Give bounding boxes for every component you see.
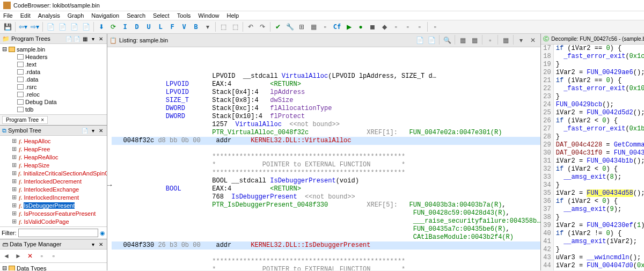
decompile-line[interactable]: iVar2 = FUN_004047d0(0x400000,0,uVar3 — [556, 262, 644, 270]
decompile-line[interactable]: __amsg_exit(8); — [556, 173, 644, 181]
decompile-line[interactable]: if (iVar2 < 0) { — [556, 197, 644, 206]
menu-select[interactable]: Select — [153, 12, 170, 19]
symbol-item[interactable]: ⊞f.InterlockedExchange — [1, 185, 106, 193]
close-icon[interactable]: × — [41, 117, 44, 123]
listing-line[interactable]: ****************************************… — [112, 258, 540, 266]
decompile-line[interactable]: if (iVar2 < 0) { — [556, 117, 644, 125]
check-icon[interactable]: ✔ — [273, 21, 283, 32]
listing-line[interactable]: FUN_00428c59:00428d43(R), — [112, 209, 540, 217]
filter-icon[interactable]: ◉ — [100, 230, 105, 237]
symbol-item[interactable]: ⊞f.HeapSize — [1, 161, 106, 169]
close-icon[interactable]: ✕ — [97, 127, 105, 134]
decompile-line[interactable]: _fast_error_exit(0x10); — [556, 85, 644, 93]
tree-item[interactable]: .rdata — [1, 68, 106, 76]
decompile-line[interactable]: DAT_004c4228 = GetCommandLineW(); — [556, 141, 644, 149]
tool-icon[interactable]: ✕ — [25, 251, 35, 261]
decompile-line[interactable]: } — [556, 246, 644, 254]
menu-icon[interactable]: ▾ — [89, 127, 97, 134]
decompile-line[interactable]: __amsg_exit(9); — [556, 206, 644, 214]
tool-icon[interactable]: ▫ — [48, 251, 59, 261]
tool-icon[interactable]: ◼ — [367, 21, 378, 32]
menu-window[interactable]: Window — [198, 12, 219, 19]
action-icon[interactable]: ▦ — [457, 35, 468, 46]
down-icon[interactable]: ⬇ — [96, 21, 107, 32]
tool-icon[interactable]: ⬚ — [230, 21, 240, 32]
listing-line[interactable]: ****************************************… — [112, 169, 540, 177]
decompile-line[interactable]: } — [556, 93, 644, 101]
symbol-item[interactable]: ⊞f.InitializeCriticalSectionAndSpinCount — [1, 169, 106, 177]
menu-edit[interactable]: Edit — [20, 12, 31, 19]
symbol-item[interactable]: ⊞f.IsValidCodePage — [1, 217, 106, 225]
tool-icon[interactable]: 📄 — [69, 21, 79, 32]
menu-tools[interactable]: Tools — [177, 12, 191, 19]
action-icon[interactable]: 🔍 — [442, 35, 452, 46]
program-tree-tab[interactable]: Program Tree× — [2, 116, 48, 124]
decompile-line[interactable]: iVar2 = FUN_0042d5d2(); — [556, 109, 644, 117]
u-icon[interactable]: U — [143, 21, 154, 32]
listing-line[interactable]: 0048f32c d8 bb 0b 00 addr KERNEL32.DLL::… — [112, 137, 540, 145]
v-icon[interactable]: V — [179, 21, 189, 32]
listing-line[interactable]: PTR_IsDebuggerPresent_0048f330 XREF[5]: … — [112, 201, 540, 209]
listing-line[interactable]: 768 IsDebuggerPresent <<not bound>> — [112, 193, 540, 201]
decompile-line[interactable]: DAT_004c31f0 = FUN_00434f23(); — [556, 149, 644, 157]
decompile-line[interactable]: if (iVar2 == 0) { — [556, 77, 644, 85]
decompile-line[interactable]: iVar2 = FUN_00434d58(); — [556, 189, 644, 197]
action-icon[interactable]: 📄 — [426, 35, 437, 46]
run-icon[interactable]: ▶ — [343, 21, 354, 32]
tool-icon[interactable]: ▫ — [320, 21, 331, 32]
tool-icon[interactable]: 🔧 — [284, 21, 295, 32]
d-icon[interactable]: D — [131, 21, 142, 32]
listing-line[interactable]: ___raise_securityfailure:004358b… — [112, 217, 540, 225]
decompile-line[interactable]: iVar2 = FUN_004230ef(1); — [556, 222, 644, 230]
menu-icon[interactable]: ▾ — [89, 35, 97, 42]
decompile-line[interactable]: /* WARNING: Subrout — [556, 270, 644, 270]
decompile-line[interactable]: if (iVar2 != 0) { — [556, 230, 644, 238]
tool-icon[interactable]: ▫ — [430, 21, 441, 32]
action-icon[interactable]: 📄 — [65, 35, 72, 42]
symbol-item[interactable]: ⊞f.HeapAlloc — [1, 137, 106, 145]
action-icon[interactable]: 📄 — [73, 35, 80, 42]
decompile-line[interactable]: iVar2 = FUN_00429ae6(); — [556, 69, 644, 77]
menu-icon[interactable]: ▾ — [89, 240, 97, 248]
tree-item[interactable]: Debug Data — [1, 98, 106, 106]
tool-icon[interactable]: ▫ — [402, 21, 413, 32]
menu-icon[interactable]: ▾ — [516, 35, 526, 46]
listing-line[interactable]: BOOL __stdcall IsDebuggerPresent(void) — [112, 177, 540, 185]
action-icon[interactable]: 📄 — [81, 127, 89, 134]
dropdown-icon[interactable]: ▾ — [202, 21, 213, 32]
listing-line[interactable]: DWORD Stack[0x10]:4 flProtect — [112, 113, 540, 121]
tree-root[interactable]: ⊟sample.bin — [1, 45, 106, 53]
filter-input[interactable] — [18, 229, 99, 237]
decompile-view[interactable]: 1718192021222324252627282930313233343536… — [541, 45, 644, 270]
tool-icon[interactable]: ▦ — [308, 21, 319, 32]
tree-item[interactable]: .rsrc — [1, 83, 106, 91]
menu-graph[interactable]: Graph — [68, 12, 84, 19]
action-icon[interactable]: ▫ — [485, 35, 495, 46]
action-icon[interactable]: ▦ — [81, 35, 89, 42]
decompile-line[interactable]: __amsg_exit(iVar2); — [556, 238, 644, 246]
listing-line[interactable]: BOOL EAX:4 <RETURN> — [112, 185, 540, 193]
symbol-tree[interactable]: ⊞f.HeapAlloc⊞f.HeapFree⊞f.HeapReAlloc⊞f.… — [0, 136, 107, 226]
listing-line[interactable]: LPVOID __stdcall VirtualAlloc(LPVOID lpA… — [112, 72, 540, 80]
symbol-item[interactable]: ⊞f.InterlockedIncrement — [1, 193, 106, 201]
i-icon[interactable]: I — [120, 21, 130, 32]
decompile-line[interactable]: _fast_error_exit(0x1b); — [556, 125, 644, 133]
symbol-item[interactable]: ⊞f.IsProcessorFeaturePresent — [1, 209, 106, 217]
redo-icon[interactable]: ↷ — [257, 21, 268, 32]
save-icon[interactable]: 💾 — [2, 21, 13, 32]
tool-icon[interactable]: ▫ — [391, 21, 401, 32]
listing-line[interactable]: * POINTER to EXTERNAL FUNCTION * — [112, 266, 540, 270]
tree-item[interactable]: .reloc — [1, 91, 106, 98]
f-icon[interactable]: F — [167, 21, 178, 32]
decompile-line[interactable]: } — [556, 214, 644, 222]
program-tree[interactable]: ⊟sample.binHeaders.text.rdata.data.rsrc.… — [0, 44, 107, 114]
decompile-line[interactable]: } — [556, 181, 644, 189]
decompile-line[interactable]: if (iVar2 < 0) { — [556, 165, 644, 173]
listing-line[interactable]: ****************************************… — [112, 153, 540, 161]
decompile-line[interactable]: iVar2 = FUN_00434b1b(); — [556, 157, 644, 165]
decompile-line[interactable]: } — [556, 133, 644, 141]
tool-icon[interactable]: ▫ — [414, 21, 425, 32]
menu-file[interactable]: File — [3, 12, 13, 19]
data-type-tree[interactable]: ⊟Data Types⊞BuiltInTypes⊞sample.bin⊞wind… — [0, 263, 107, 270]
tree-item[interactable]: .data — [1, 76, 106, 83]
